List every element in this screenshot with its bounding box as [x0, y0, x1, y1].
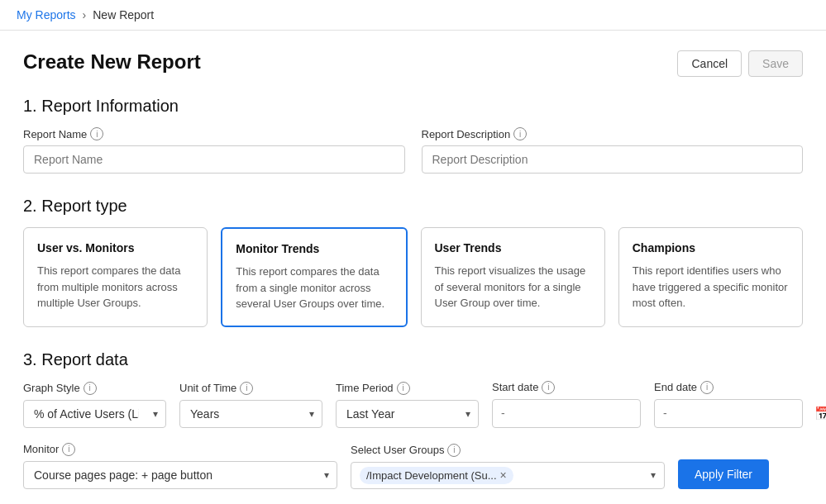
- main-content: Create New Report Cancel Save 1. Report …: [0, 31, 826, 504]
- report-desc-info-icon: i: [513, 127, 527, 140]
- card-champions-title: Champions: [633, 241, 789, 254]
- end-date-input-wrapper[interactable]: 📅: [654, 399, 803, 428]
- data-row-1: Graph Style i % of Active Users (Lines) …: [23, 381, 803, 428]
- unit-of-time-select-wrapper: Years Months Weeks Days ▾: [179, 400, 322, 428]
- user-group-tag: /Impact Development (Su... ×: [360, 467, 513, 484]
- section3-title: 3. Report data: [23, 350, 803, 369]
- unit-of-time-group: Unit of Time i Years Months Weeks Days ▾: [179, 382, 322, 428]
- unit-of-time-label: Unit of Time i: [179, 382, 322, 395]
- time-period-info-icon: i: [397, 382, 410, 395]
- cancel-button[interactable]: Cancel: [677, 50, 742, 77]
- monitor-info-icon: i: [62, 443, 75, 456]
- data-row-2: Monitor i Course pages page: + page butt…: [23, 443, 803, 489]
- section1-title: 1. Report Information: [23, 97, 803, 116]
- breadcrumb-parent-link[interactable]: My Reports: [17, 8, 76, 21]
- section-report-data: 3. Report data Graph Style i % of Active…: [23, 350, 803, 489]
- section2-title: 2. Report type: [23, 197, 803, 216]
- start-date-label: Start date i: [492, 381, 641, 394]
- end-date-group: End date i 📅: [654, 381, 803, 428]
- header-actions: Cancel Save: [677, 50, 803, 77]
- breadcrumb-separator: ›: [83, 8, 87, 21]
- card-champions-desc: This report identifies users who have tr…: [633, 263, 789, 311]
- report-type-cards: User vs. Monitors This report compares t…: [23, 227, 803, 327]
- report-desc-group: Report Description i: [422, 127, 804, 174]
- start-date-info-icon: i: [542, 381, 555, 394]
- end-date-calendar-icon[interactable]: 📅: [814, 406, 826, 421]
- monitor-select-wrapper: Course pages page: + page button ▾: [23, 461, 337, 489]
- time-period-select[interactable]: Last Year Last 2 Years Last 3 Years Cust…: [336, 400, 479, 428]
- card-champions[interactable]: Champions This report identifies users w…: [618, 227, 803, 327]
- monitor-select[interactable]: Course pages page: + page button: [23, 461, 337, 489]
- page-header: Create New Report Cancel Save: [23, 50, 803, 77]
- time-period-group: Time Period i Last Year Last 2 Years Las…: [336, 382, 479, 428]
- user-groups-label: Select User Groups i: [351, 444, 665, 457]
- card-user-vs-monitors-title: User vs. Monitors: [37, 241, 193, 254]
- report-name-group: Report Name i: [23, 127, 405, 174]
- graph-style-select-wrapper: % of Active Users (Lines) % of Active Us…: [23, 400, 166, 428]
- user-groups-input-wrapper[interactable]: /Impact Development (Su... × ▾: [351, 462, 665, 489]
- start-date-group: Start date i 📅: [492, 381, 641, 428]
- card-user-vs-monitors-desc: This report compares the data from multi…: [37, 263, 193, 311]
- card-user-trends[interactable]: User Trends This report visualizes the u…: [421, 227, 605, 327]
- section1-form-row: Report Name i Report Description i: [23, 127, 803, 174]
- time-period-select-wrapper: Last Year Last 2 Years Last 3 Years Cust…: [336, 400, 479, 428]
- user-group-tag-label: /Impact Development (Su...: [366, 469, 497, 482]
- user-group-tag-remove-icon[interactable]: ×: [500, 469, 507, 481]
- page-title: Create New Report: [23, 50, 201, 74]
- card-monitor-trends-desc: This report compares the data from a sin…: [236, 264, 392, 312]
- monitor-group: Monitor i Course pages page: + page butt…: [23, 443, 337, 489]
- card-user-vs-monitors[interactable]: User vs. Monitors This report compares t…: [23, 227, 208, 327]
- monitor-label: Monitor i: [23, 443, 337, 456]
- card-monitor-trends[interactable]: Monitor Trends This report compares the …: [221, 227, 407, 327]
- section-report-information: 1. Report Information Report Name i Repo…: [23, 97, 803, 174]
- unit-of-time-select[interactable]: Years Months Weeks Days: [179, 400, 322, 428]
- card-monitor-trends-title: Monitor Trends: [236, 242, 392, 255]
- time-period-label: Time Period i: [336, 382, 479, 395]
- graph-style-info-icon: i: [84, 382, 97, 395]
- user-groups-group: Select User Groups i /Impact Development…: [351, 444, 665, 489]
- user-groups-chevron-icon[interactable]: ▾: [651, 469, 656, 481]
- graph-style-label: Graph Style i: [23, 382, 166, 395]
- card-user-trends-desc: This report visualizes the usage of seve…: [435, 263, 591, 311]
- graph-style-select[interactable]: % of Active Users (Lines) % of Active Us…: [23, 400, 166, 428]
- end-date-info-icon: i: [700, 381, 714, 394]
- report-name-info-icon: i: [90, 127, 103, 140]
- apply-filter-button[interactable]: Apply Filter: [678, 459, 769, 489]
- report-desc-label: Report Description i: [422, 127, 804, 140]
- user-groups-info-icon: i: [447, 444, 461, 457]
- breadcrumb-nav: My Reports › New Report: [0, 0, 826, 31]
- end-date-input[interactable]: [663, 407, 808, 420]
- report-name-input[interactable]: [23, 145, 405, 174]
- start-date-input-wrapper[interactable]: 📅: [492, 399, 641, 428]
- graph-style-group: Graph Style i % of Active Users (Lines) …: [23, 382, 166, 428]
- report-desc-input[interactable]: [422, 145, 804, 174]
- start-date-input[interactable]: [501, 407, 646, 420]
- card-user-trends-title: User Trends: [435, 241, 591, 254]
- section-report-type: 2. Report type User vs. Monitors This re…: [23, 197, 803, 327]
- breadcrumb-current: New Report: [93, 8, 154, 21]
- save-button[interactable]: Save: [748, 50, 803, 77]
- end-date-label: End date i: [654, 381, 803, 394]
- unit-of-time-info-icon: i: [240, 382, 253, 395]
- report-name-label: Report Name i: [23, 127, 405, 140]
